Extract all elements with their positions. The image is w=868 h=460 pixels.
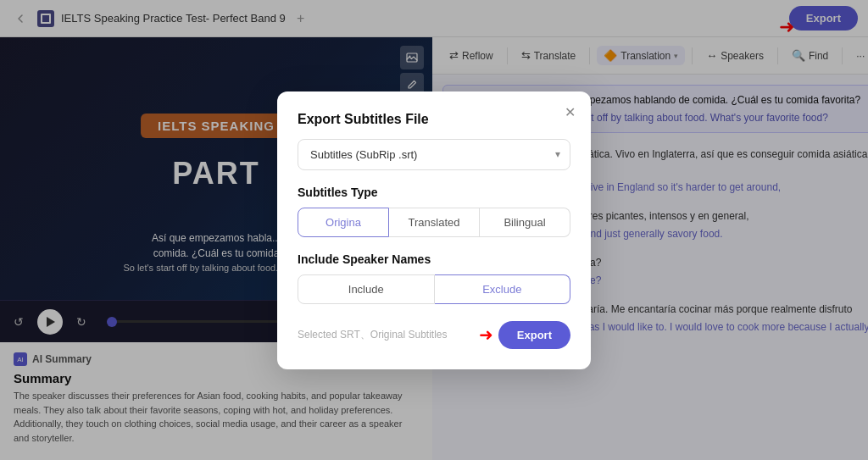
modal-footer: Selected SRT、Original Subtitles ➜ Export xyxy=(298,321,570,349)
speaker-names-group: Include Exclude xyxy=(298,274,570,304)
red-arrow-modal-indicator: ➜ xyxy=(479,324,493,345)
format-select-wrapper: Subtitles (SubRip .srt) ▾ xyxy=(298,139,570,170)
modal-title: Export Subtitles File xyxy=(298,112,570,127)
include-speaker-button[interactable]: Include xyxy=(298,274,435,304)
subtitles-type-group: Origina Translated Bilingual xyxy=(298,208,570,237)
type-translated-button[interactable]: Translated xyxy=(389,208,480,237)
selected-info: Selected SRT、Original Subtitles xyxy=(298,328,448,342)
subtitles-type-label: Subtitles Type xyxy=(298,186,570,199)
type-bilingual-button[interactable]: Bilingual xyxy=(480,208,570,237)
modal-export-button[interactable]: Export xyxy=(498,321,570,349)
exclude-speaker-button[interactable]: Exclude xyxy=(435,274,571,304)
format-select[interactable]: Subtitles (SubRip .srt) xyxy=(298,139,570,170)
type-original-button[interactable]: Origina xyxy=(298,208,389,237)
include-speaker-label: Include Speaker Names xyxy=(298,252,570,266)
modal-overlay: ✕ Export Subtitles File Subtitles (SubRi… xyxy=(0,0,868,460)
modal-footer-right: ➜ Export xyxy=(479,321,570,349)
export-modal: ✕ Export Subtitles File Subtitles (SubRi… xyxy=(277,91,591,369)
modal-close-button[interactable]: ✕ xyxy=(560,103,579,122)
